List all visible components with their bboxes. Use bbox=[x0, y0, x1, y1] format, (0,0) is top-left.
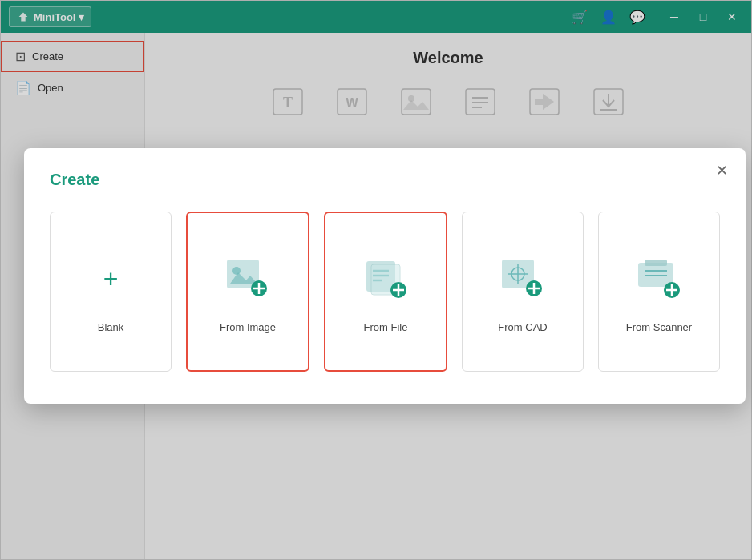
from-file-svg bbox=[360, 256, 411, 301]
from-cad-svg bbox=[497, 256, 548, 301]
svg-rect-36 bbox=[645, 260, 667, 266]
dialog-close-button[interactable]: ✕ bbox=[710, 159, 733, 182]
from-cad-label: From CAD bbox=[498, 321, 547, 333]
from-scanner-svg bbox=[633, 256, 685, 301]
card-from-image[interactable]: From Image bbox=[186, 212, 309, 372]
dialog-title: Create bbox=[50, 171, 720, 189]
from-cad-icon-area bbox=[495, 251, 551, 307]
from-image-svg bbox=[222, 256, 273, 301]
cards-row: + Blank bbox=[50, 212, 720, 372]
from-image-icon-area bbox=[220, 251, 276, 307]
blank-icon-area: + bbox=[83, 251, 139, 307]
from-scanner-label: From Scanner bbox=[626, 321, 692, 333]
card-from-scanner[interactable]: From Scanner bbox=[598, 212, 720, 372]
blank-label: Blank bbox=[98, 321, 124, 333]
from-image-label: From Image bbox=[220, 321, 276, 333]
card-from-cad[interactable]: From CAD bbox=[462, 212, 584, 372]
card-blank[interactable]: + Blank bbox=[50, 212, 172, 372]
from-file-icon-area bbox=[358, 251, 414, 307]
create-dialog: ✕ Create + Blank bbox=[24, 148, 746, 404]
from-file-label: From File bbox=[364, 321, 408, 333]
from-scanner-icon-area bbox=[631, 251, 687, 307]
plus-icon: + bbox=[103, 266, 119, 292]
card-from-file[interactable]: From File bbox=[324, 212, 447, 372]
modal-overlay: ✕ Create + Blank bbox=[0, 0, 752, 560]
